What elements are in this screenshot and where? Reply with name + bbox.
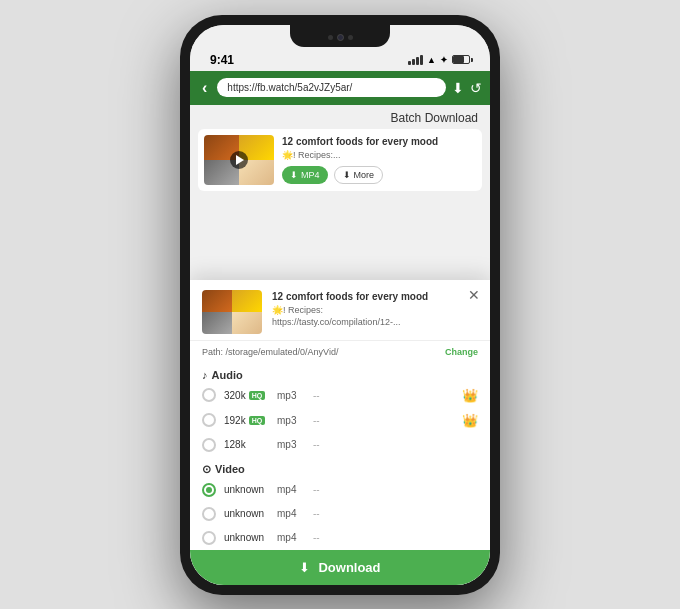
wifi-icon: ▲: [427, 55, 436, 65]
bluetooth-icon: ✦: [440, 55, 448, 65]
radio-320k[interactable]: [202, 388, 216, 402]
video-subtitle-top: 🌟! Recipes:...: [282, 150, 476, 160]
video-option-2[interactable]: unknown mp4 --: [190, 502, 490, 526]
path-text: Path: /storage/emulated/0/AnyVid/: [202, 347, 338, 357]
batch-header: Batch Download: [190, 105, 490, 129]
radio-video-1[interactable]: [202, 483, 216, 497]
battery-icon: [452, 55, 470, 64]
play-button-overlay: [230, 151, 248, 169]
notch: [290, 25, 390, 47]
radio-video-2[interactable]: [202, 507, 216, 521]
download-icon-bar: ⬇: [299, 560, 310, 575]
quality-192k: 192k HQ: [224, 415, 269, 426]
quality-320k: 320k HQ: [224, 390, 269, 401]
modal-thumb-cell-4: [232, 312, 262, 334]
mp4-button[interactable]: ⬇ MP4: [282, 166, 328, 184]
signal-bar-3: [416, 57, 419, 65]
format-video-3: mp4: [277, 532, 305, 543]
quality-video-3: unknown: [224, 532, 269, 543]
url-bar[interactable]: https://fb.watch/5a2vJZy5ar/: [217, 78, 446, 97]
dash-320k: --: [313, 390, 454, 401]
refresh-icon[interactable]: ↺: [470, 80, 482, 96]
quality-128k: 128k: [224, 439, 269, 450]
play-triangle-icon: [236, 155, 244, 165]
music-note-icon: ♪: [202, 369, 208, 381]
audio-section-label: ♪ Audio: [190, 363, 490, 383]
status-time: 9:41: [210, 53, 234, 67]
dash-192k: --: [313, 415, 454, 426]
signal-bar-1: [408, 61, 411, 65]
modal-header: 12 comfort foods for every mood 🌟! Recip…: [190, 280, 490, 340]
browser-actions: ⬇ ↺: [452, 80, 482, 96]
status-icons: ▲ ✦: [408, 55, 470, 65]
audio-option-320k[interactable]: 320k HQ mp3 -- 👑: [190, 383, 490, 408]
video-info-top: 12 comfort foods for every mood 🌟! Recip…: [282, 135, 476, 184]
dash-video-3: --: [313, 532, 478, 543]
path-bar: Path: /storage/emulated/0/AnyVid/ Change: [190, 340, 490, 363]
audio-option-128k[interactable]: 128k mp3 --: [190, 433, 490, 457]
radio-video-3[interactable]: [202, 531, 216, 545]
format-video-2: mp4: [277, 508, 305, 519]
format-192k: mp3: [277, 415, 305, 426]
modal-thumb-cell-2: [232, 290, 262, 312]
video-actions: ⬇ MP4 ⬇ More: [282, 166, 476, 184]
browser-bar: ‹ https://fb.watch/5a2vJZy5ar/ ⬇ ↺: [190, 71, 490, 105]
more-button[interactable]: ⬇ More: [334, 166, 384, 184]
modal-video-info: 12 comfort foods for every mood 🌟! Recip…: [272, 290, 478, 327]
more-arrow-icon: ⬇: [343, 170, 351, 180]
format-128k: mp3: [277, 439, 305, 450]
quality-video-2: unknown: [224, 508, 269, 519]
modal-title: 12 comfort foods for every mood: [272, 290, 478, 303]
quality-video-1: unknown: [224, 484, 269, 495]
dash-video-1: --: [313, 484, 478, 495]
dash-128k: --: [313, 439, 478, 450]
modal-url: https://tasty.co/compilation/12-...: [272, 317, 478, 327]
download-label: Download: [318, 560, 380, 575]
video-thumbnail-top: [204, 135, 274, 185]
signal-bars: [408, 55, 423, 65]
video-card-top: 12 comfort foods for every mood 🌟! Recip…: [198, 129, 482, 191]
modal-thumb-cell-1: [202, 290, 232, 312]
modal-thumb-grid: [202, 290, 262, 334]
video-option-3[interactable]: unknown mp4 --: [190, 526, 490, 550]
video-title-top: 12 comfort foods for every mood: [282, 135, 476, 148]
phone-frame: 9:41 ▲ ✦ ‹ https://fb.watch/5a2vJZy5ar/: [180, 15, 500, 595]
audio-option-192k[interactable]: 192k HQ mp3 -- 👑: [190, 408, 490, 433]
crown-icon-320k: 👑: [462, 388, 478, 403]
modal-overlay: 12 comfort foods for every mood 🌟! Recip…: [190, 280, 490, 585]
battery-fill: [453, 56, 464, 63]
download-bar[interactable]: ⬇ Download: [190, 550, 490, 585]
download-arrow-icon: ⬇: [290, 170, 298, 180]
modal-subtitle: 🌟! Recipes:: [272, 305, 478, 315]
camera-dot: [337, 34, 344, 41]
change-button[interactable]: Change: [445, 347, 478, 357]
format-video-1: mp4: [277, 484, 305, 495]
modal-thumb-cell-3: [202, 312, 232, 334]
modal-thumbnail: [202, 290, 262, 334]
crown-icon-192k: 👑: [462, 413, 478, 428]
phone-screen: 9:41 ▲ ✦ ‹ https://fb.watch/5a2vJZy5ar/: [190, 25, 490, 585]
radio-192k[interactable]: [202, 413, 216, 427]
signal-bar-4: [420, 55, 423, 65]
format-320k: mp3: [277, 390, 305, 401]
close-button[interactable]: ✕: [468, 288, 480, 302]
video-icon: ⊙: [202, 463, 211, 476]
hq-badge-320k: HQ: [249, 391, 266, 400]
signal-bar-2: [412, 59, 415, 65]
video-section-label: ⊙ Video: [190, 457, 490, 478]
video-option-1[interactable]: unknown mp4 --: [190, 478, 490, 502]
radio-128k[interactable]: [202, 438, 216, 452]
back-button[interactable]: ‹: [198, 77, 211, 99]
notch-dot-2: [348, 35, 353, 40]
hq-badge-192k: HQ: [249, 416, 266, 425]
download-icon[interactable]: ⬇: [452, 80, 464, 96]
notch-dot-1: [328, 35, 333, 40]
dash-video-2: --: [313, 508, 478, 519]
